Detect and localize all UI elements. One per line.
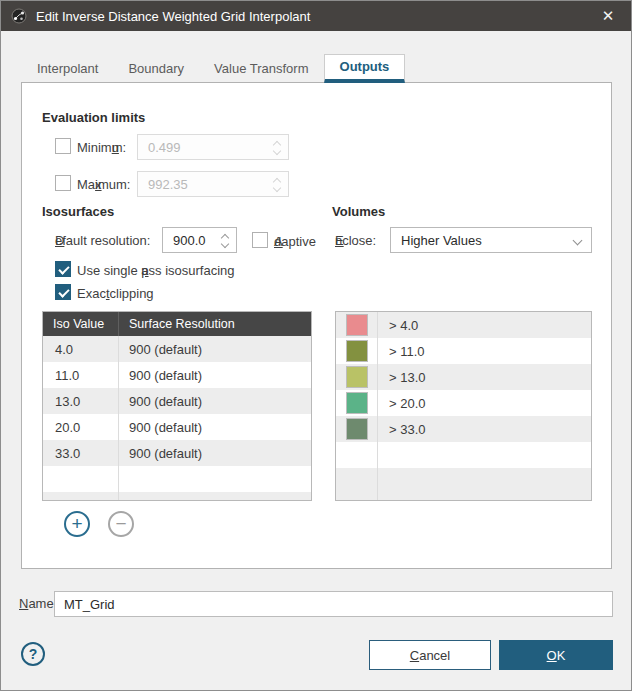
spinner-arrows-icon[interactable] bbox=[273, 177, 282, 193]
chevron-down-icon bbox=[573, 236, 583, 246]
empty-row bbox=[336, 442, 591, 468]
exact-clipping-checkbox[interactable] bbox=[55, 284, 71, 300]
tab-label: Value Transform bbox=[214, 61, 308, 76]
window-title: Edit Inverse Distance Weighted Grid Inte… bbox=[36, 9, 310, 24]
add-isosurface-button[interactable]: + bbox=[64, 511, 90, 537]
minimum-checkbox[interactable] bbox=[55, 138, 71, 154]
app-icon bbox=[11, 8, 27, 24]
surface-resolution-cell[interactable]: 900 (default) bbox=[119, 362, 311, 388]
exact-clipping-label: Exact clipping bbox=[77, 286, 154, 301]
name-input[interactable] bbox=[54, 591, 613, 617]
minimum-label: Minimum: bbox=[77, 140, 126, 155]
close-icon[interactable]: ✕ bbox=[595, 3, 621, 29]
iso-value-cell[interactable]: 33.0 bbox=[43, 440, 119, 466]
maximum-label: Maximum: bbox=[77, 177, 130, 192]
tab[interactable]: Boundary bbox=[113, 54, 199, 83]
volumes-table: > 4.0 > 11.0 > 13.0 bbox=[335, 311, 592, 501]
spinner-arrows-icon[interactable] bbox=[273, 140, 282, 156]
adaptive-checkbox[interactable] bbox=[252, 232, 268, 248]
column-header-surface-resolution: Surface Resolution bbox=[119, 312, 311, 336]
tab[interactable]: Outputs bbox=[324, 54, 406, 83]
color-swatch[interactable] bbox=[346, 392, 368, 414]
single-pass-label: Use single pass isosurfacing bbox=[77, 263, 235, 278]
volume-row[interactable]: > 4.0 bbox=[336, 312, 591, 338]
tab[interactable]: Value Transform bbox=[199, 54, 323, 83]
surface-resolution-cell[interactable]: 900 (default) bbox=[119, 440, 311, 466]
enclose-value: Higher Values bbox=[401, 233, 482, 248]
volume-label: > 33.0 bbox=[378, 416, 591, 442]
tab-label: Outputs bbox=[340, 59, 390, 74]
color-swatch[interactable] bbox=[346, 366, 368, 388]
swatch-cell bbox=[336, 416, 378, 442]
outputs-panel: Evaluation limits Minimum: 0.499 Maximum… bbox=[21, 82, 612, 569]
name-label: Name: bbox=[19, 591, 57, 617]
iso-value-cell[interactable]: 11.0 bbox=[43, 362, 119, 388]
volume-label: > 11.0 bbox=[378, 338, 591, 364]
maximum-spinbox[interactable]: 992.35 bbox=[137, 171, 289, 197]
swatch-cell bbox=[336, 390, 378, 416]
cancel-button[interactable]: Cancel bbox=[369, 640, 491, 670]
default-resolution-label: Default resolution: bbox=[55, 233, 150, 248]
table-row[interactable]: 11.0 900 (default) bbox=[43, 362, 311, 388]
minimum-value: 0.499 bbox=[148, 140, 181, 155]
volume-label: > 13.0 bbox=[378, 364, 591, 390]
volume-row[interactable]: > 20.0 bbox=[336, 390, 591, 416]
enclose-label: Enclose: bbox=[335, 233, 376, 248]
iso-value-cell[interactable]: 20.0 bbox=[43, 414, 119, 440]
color-swatch[interactable] bbox=[346, 418, 368, 440]
tab-bar: Interpolant Boundary Value Transform Out… bbox=[22, 54, 405, 83]
empty-row bbox=[43, 466, 311, 492]
color-swatch[interactable] bbox=[346, 340, 368, 362]
default-resolution-value: 900.0 bbox=[173, 233, 206, 248]
adaptive-label: Adaptive bbox=[274, 234, 316, 249]
volume-row[interactable]: > 33.0 bbox=[336, 416, 591, 442]
tab-label: Interpolant bbox=[37, 61, 98, 76]
empty-row bbox=[336, 468, 591, 500]
minimum-spinbox[interactable]: 0.499 bbox=[137, 134, 289, 160]
help-button[interactable]: ? bbox=[21, 642, 45, 666]
color-swatch[interactable] bbox=[346, 314, 368, 336]
maximum-value: 992.35 bbox=[148, 177, 188, 192]
iso-value-cell[interactable]: 13.0 bbox=[43, 388, 119, 414]
enclose-dropdown[interactable]: Higher Values bbox=[390, 227, 592, 253]
table-row[interactable]: 33.0 900 (default) bbox=[43, 440, 311, 466]
tab[interactable]: Interpolant bbox=[22, 54, 113, 83]
evaluation-limits-heading: Evaluation limits bbox=[42, 110, 145, 125]
volume-label: > 20.0 bbox=[378, 390, 591, 416]
column-header-iso-value: Iso Value bbox=[43, 312, 119, 336]
dialog-window: Edit Inverse Distance Weighted Grid Inte… bbox=[0, 0, 632, 691]
isosurface-table-header: Iso Value Surface Resolution bbox=[43, 312, 311, 336]
empty-row bbox=[43, 492, 311, 500]
table-row[interactable]: 4.0 900 (default) bbox=[43, 336, 311, 362]
title-bar: Edit Inverse Distance Weighted Grid Inte… bbox=[1, 1, 631, 31]
isosurfaces-heading: Isosurfaces bbox=[42, 204, 114, 219]
surface-resolution-cell[interactable]: 900 (default) bbox=[119, 388, 311, 414]
single-pass-checkbox[interactable] bbox=[55, 261, 71, 277]
table-row[interactable]: 20.0 900 (default) bbox=[43, 414, 311, 440]
table-row[interactable]: 13.0 900 (default) bbox=[43, 388, 311, 414]
swatch-cell bbox=[336, 338, 378, 364]
volumes-heading: Volumes bbox=[332, 204, 385, 219]
isosurface-table: Iso Value Surface Resolution 4.0 900 (de… bbox=[42, 311, 312, 501]
surface-resolution-cell[interactable]: 900 (default) bbox=[119, 414, 311, 440]
volume-label: > 4.0 bbox=[378, 312, 591, 338]
volume-row[interactable]: > 11.0 bbox=[336, 338, 591, 364]
iso-value-cell[interactable]: 4.0 bbox=[43, 336, 119, 362]
volume-row[interactable]: > 13.0 bbox=[336, 364, 591, 390]
spinner-arrows-icon[interactable] bbox=[221, 233, 230, 249]
maximum-checkbox[interactable] bbox=[55, 175, 71, 191]
ok-button[interactable]: OK bbox=[499, 640, 613, 670]
remove-isosurface-button[interactable]: − bbox=[108, 511, 134, 537]
swatch-cell bbox=[336, 312, 378, 338]
tab-label: Boundary bbox=[128, 61, 184, 76]
surface-resolution-cell[interactable]: 900 (default) bbox=[119, 336, 311, 362]
default-resolution-spinbox[interactable]: 900.0 bbox=[162, 227, 237, 253]
swatch-cell bbox=[336, 364, 378, 390]
